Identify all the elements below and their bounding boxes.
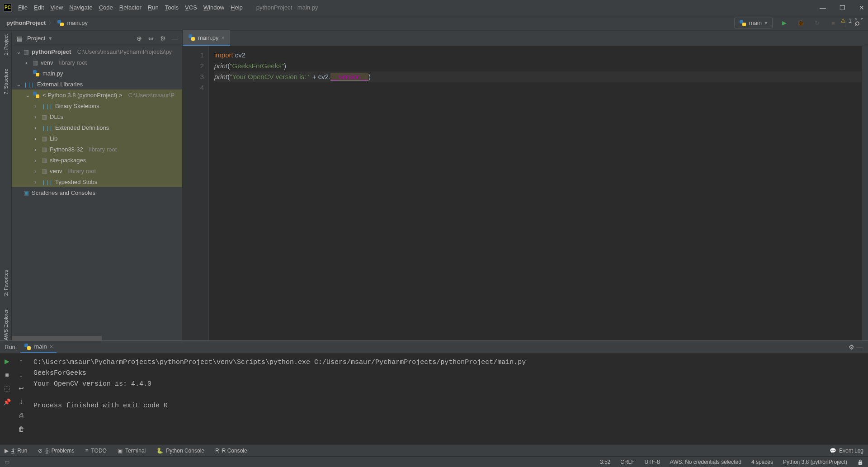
minimize-button[interactable]: — <box>820 4 826 11</box>
window-controls: — ❐ ✕ <box>820 4 864 11</box>
breadcrumb-file[interactable]: main.py <box>67 19 88 26</box>
down-stack-button[interactable]: ↓ <box>17 371 25 379</box>
menu-refactor[interactable]: Refactor <box>119 4 142 11</box>
expand-arrow[interactable] <box>34 146 39 153</box>
menu-tools[interactable]: Tools <box>165 4 179 11</box>
event-log-icon: 💬 <box>830 448 836 454</box>
menu-navigate[interactable]: Navigate <box>69 4 92 11</box>
readonly-toggle-icon[interactable] <box>857 459 863 465</box>
code-content[interactable]: import cv2print("GeeksForGeeks")print("Y… <box>209 46 862 340</box>
stop-run-button[interactable]: ■ <box>3 371 11 379</box>
line-number-gutter[interactable]: 1234 <box>183 46 209 340</box>
status-aws[interactable]: AWS: No credentials selected <box>670 459 741 465</box>
expand-arrow[interactable] <box>25 92 30 99</box>
code-editor[interactable]: 1234 import cv2print("GeeksForGeeks")pri… <box>183 46 868 340</box>
project-view-dropdown[interactable]: ▾ <box>49 35 52 42</box>
expand-arrow[interactable] <box>34 124 39 131</box>
menu-edit[interactable]: Edit <box>34 4 44 11</box>
tree-item[interactable]: venv library root <box>12 165 182 176</box>
inspection-widget[interactable]: ⚠ 1 ˄ ˅ <box>840 17 863 24</box>
tree-item[interactable]: site-packages <box>12 155 182 165</box>
expand-arrow[interactable] <box>34 168 39 175</box>
status-position[interactable]: 3:52 <box>600 459 610 465</box>
status-line-separator[interactable]: CRLF <box>620 459 634 465</box>
bottom-tab-todo[interactable]: ≡TODO <box>85 448 106 454</box>
debug-button[interactable] <box>796 19 805 28</box>
run-configuration-selector[interactable]: main ▾ <box>734 18 773 28</box>
tool-window----project[interactable]: 1: Project <box>3 34 9 55</box>
run-settings-icon[interactable]: ⚙ <box>847 343 855 351</box>
hide-button[interactable]: — <box>170 34 179 42</box>
tree-item[interactable]: pythonProject C:\Users\msaur\PycharmProj… <box>12 46 182 57</box>
menu-window[interactable]: Window <box>203 4 224 11</box>
event-log-button[interactable]: 💬 Event Log <box>830 448 863 454</box>
menu-code[interactable]: Code <box>99 4 113 11</box>
stop-button[interactable]: ■ <box>829 19 838 28</box>
pin-tab-button[interactable]: 📌 <box>3 398 11 406</box>
expand-arrow[interactable] <box>34 103 39 109</box>
status-interpreter[interactable]: Python 3.8 (pythonProject) <box>783 459 847 465</box>
horizontal-scrollbar[interactable] <box>12 336 102 340</box>
tree-item[interactable]: venv library root <box>12 57 182 68</box>
console-output[interactable]: C:\Users\msaur\PycharmProjects\pythonPro… <box>28 354 868 444</box>
run-button[interactable] <box>780 19 789 28</box>
project-view-label[interactable]: Project <box>27 35 45 42</box>
next-highlight-icon[interactable]: ˅ <box>860 17 863 24</box>
expand-arrow[interactable] <box>16 48 21 55</box>
bottom-tab-r-console[interactable]: RR Console <box>215 448 247 454</box>
tree-item[interactable]: Binary Skeletons <box>12 100 182 111</box>
menu-help[interactable]: Help <box>231 4 243 11</box>
bottom-tab----run[interactable]: ▶4: Run <box>5 448 27 454</box>
bottom-tab----problems[interactable]: ⊘6: Problems <box>38 448 74 454</box>
close-run-tab-icon[interactable]: × <box>50 343 53 350</box>
bottom-tab-terminal[interactable]: ▣Terminal <box>118 448 146 454</box>
tree-item[interactable]: DLLs <box>12 111 182 122</box>
expand-arrow[interactable] <box>34 157 39 164</box>
status-encoding[interactable]: UTF-8 <box>645 459 660 465</box>
tool-window----favorites[interactable]: 2: Favorites <box>3 270 9 296</box>
menu-view[interactable]: View <box>50 4 63 11</box>
expand-arrow[interactable] <box>25 59 30 66</box>
soft-wrap-button[interactable]: ↩ <box>17 384 25 392</box>
close-tab-icon[interactable]: × <box>222 34 225 41</box>
maximize-button[interactable]: ❐ <box>840 4 845 11</box>
scroll-to-end-button[interactable]: ⤓ <box>17 398 25 406</box>
project-tree[interactable]: pythonProject C:\Users\msaur\PycharmProj… <box>12 46 182 340</box>
run-tab-main[interactable]: main × <box>20 342 57 353</box>
tool-windows-quick-access[interactable] <box>5 459 9 465</box>
breadcrumb-project[interactable]: pythonProject <box>6 19 46 26</box>
status-indent[interactable]: 4 spaces <box>751 459 773 465</box>
menu-vcs[interactable]: VCS <box>185 4 197 11</box>
tree-item[interactable]: Python38-32 library root <box>12 144 182 155</box>
coverage-button[interactable]: ↻ <box>812 19 821 28</box>
expand-arrow[interactable] <box>16 81 21 88</box>
tree-item[interactable]: main.py <box>12 68 182 79</box>
settings-icon[interactable]: ⚙ <box>159 34 167 42</box>
hide-run-panel-icon[interactable]: — <box>855 343 863 351</box>
close-button[interactable]: ✕ <box>859 4 864 11</box>
tool-window-aws-explorer[interactable]: AWS Explorer <box>3 309 9 340</box>
up-stack-button[interactable]: ↑ <box>17 357 25 365</box>
select-opened-file-icon[interactable]: ⊕ <box>135 34 143 42</box>
menu-run[interactable]: Run <box>148 4 159 11</box>
editor-tab-main[interactable]: main.py × <box>183 30 230 46</box>
expand-all-icon[interactable]: ⇔ <box>147 34 155 42</box>
clear-all-button[interactable]: 🗑 <box>17 425 25 433</box>
menu-file[interactable]: File <box>18 4 28 11</box>
tree-item[interactable]: Typeshed Stubs <box>12 176 182 187</box>
tree-item[interactable]: < Python 3.8 (pythonProject) > C:\Users\… <box>12 90 182 100</box>
prev-highlight-icon[interactable]: ˄ <box>854 17 858 24</box>
print-button[interactable]: ⎙ <box>17 411 25 420</box>
rerun-button[interactable]: ▶ <box>3 357 11 365</box>
tree-item[interactable]: ▣Scratches and Consoles <box>12 187 182 198</box>
expand-arrow[interactable] <box>34 135 39 142</box>
tree-item[interactable]: External Libraries <box>12 79 182 90</box>
expand-arrow[interactable] <box>34 179 39 185</box>
error-stripe[interactable] <box>862 46 868 340</box>
layout-button[interactable]: ⬚ <box>3 384 11 392</box>
bottom-tab-python-console[interactable]: 🐍Python Console <box>156 448 204 454</box>
expand-arrow[interactable] <box>34 113 39 120</box>
tree-item[interactable]: Extended Definitions <box>12 122 182 133</box>
tool-window----structure[interactable]: 7: Structure <box>3 69 9 94</box>
tree-item[interactable]: Lib <box>12 133 182 144</box>
